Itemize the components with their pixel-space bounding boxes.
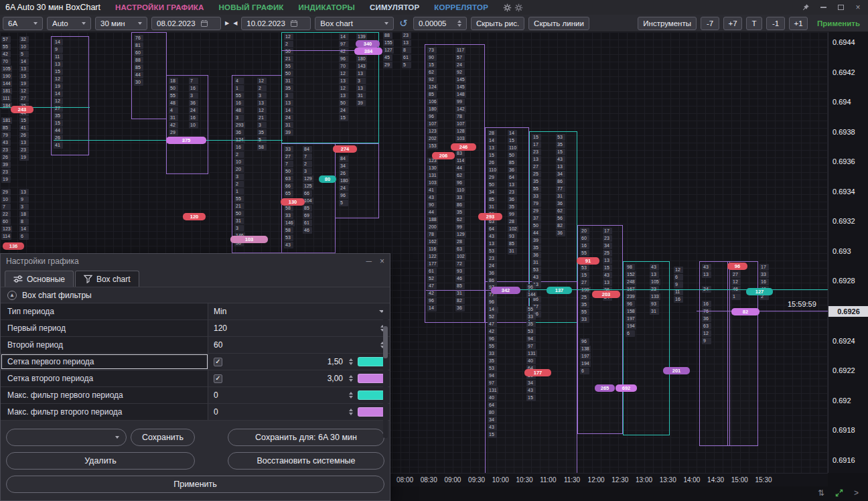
- autoscale-icon[interactable]: ⇅: [818, 488, 824, 498]
- box-cell: 12: [54, 76, 63, 82]
- price-axis[interactable]: 0.6926 0.69440.69420.6940.69380.69360.69…: [828, 32, 868, 473]
- box-cell: 103: [455, 135, 466, 142]
- maximize-icon[interactable]: [836, 3, 845, 12]
- box-cell: 34: [488, 417, 497, 423]
- setting-input[interactable]: 120: [214, 324, 227, 333]
- setting-input[interactable]: 0: [214, 407, 218, 417]
- date-to-input[interactable]: 10.02.2023: [241, 17, 311, 30]
- setting-value[interactable]: 60: [208, 337, 390, 353]
- minus7-button[interactable]: -7: [701, 17, 719, 30]
- number-spinner[interactable]: [349, 358, 353, 365]
- box-cell: 50: [284, 70, 293, 77]
- menu-item-2[interactable]: ИНДИКАТОРЫ: [299, 3, 355, 11]
- mode-select[interactable]: Auto: [47, 17, 91, 30]
- box-cell: 16: [674, 296, 683, 303]
- color-swatch[interactable]: [358, 390, 384, 400]
- box-cell: 62: [427, 69, 437, 76]
- dialog-close-icon[interactable]: ×: [380, 257, 384, 266]
- menu-item-4[interactable]: КОРРЕЛЯТОР: [434, 3, 488, 11]
- box-cell: 93: [650, 301, 659, 307]
- box-cell: 13: [488, 145, 497, 151]
- time-tick: 08:00: [396, 476, 413, 484]
- minimize-icon[interactable]: [818, 3, 828, 12]
- setting-value[interactable]: Min: [208, 303, 390, 319]
- restore-button[interactable]: Восстановить системные: [228, 452, 384, 470]
- number-spinner[interactable]: [349, 392, 353, 399]
- tab-osnovnye[interactable]: Основные: [5, 271, 74, 287]
- close-icon[interactable]: ×: [853, 3, 863, 12]
- menu-item-3[interactable]: СИМУЛЯТОР: [370, 3, 419, 11]
- box-cell: 97: [526, 343, 536, 350]
- tab-box-chart[interactable]: Box chart: [75, 271, 139, 287]
- setting-value[interactable]: 0: [208, 404, 390, 420]
- collapse-icon[interactable]: ▲: [7, 291, 17, 300]
- color-swatch[interactable]: [358, 407, 384, 417]
- chart-type-select[interactable]: Box chart: [315, 17, 394, 30]
- box-cell: 15: [54, 68, 63, 75]
- dialog-header[interactable]: Настройки графика ─ ×: [1, 254, 390, 269]
- box-cell: 15: [339, 115, 348, 121]
- setting-input[interactable]: 0: [214, 390, 218, 400]
- menu-item-1[interactable]: НОВЫЙ ГРАФИК: [219, 3, 284, 11]
- setting-value[interactable]: 0: [208, 387, 390, 403]
- number-spinner[interactable]: [349, 409, 353, 415]
- apply-toolbar-button[interactable]: Применить: [812, 17, 865, 30]
- plus1-button[interactable]: +1: [789, 17, 808, 30]
- t-button[interactable]: T: [746, 17, 762, 30]
- delete-button[interactable]: Удалить: [6, 452, 195, 470]
- setting-input[interactable]: 3,00: [328, 374, 343, 383]
- plus7-button[interactable]: +7: [723, 17, 742, 30]
- setting-label: Тип периода: [1, 303, 208, 319]
- pin-icon[interactable]: [801, 3, 810, 12]
- setting-checkbox[interactable]: ✓: [214, 374, 222, 383]
- setting-input[interactable]: 1,50: [328, 357, 343, 366]
- timeframe-select[interactable]: 30 мин: [95, 17, 147, 30]
- apply-button[interactable]: Применить: [6, 476, 384, 493]
- preset-select[interactable]: [6, 429, 127, 446]
- chevron-right-icon[interactable]: >: [854, 488, 859, 498]
- menu-item-0[interactable]: НАСТРОЙКИ ГРАФИКА: [115, 3, 204, 11]
- symbol-select[interactable]: 6A: [3, 17, 43, 30]
- price-tick: 0.6916: [833, 456, 855, 464]
- box-cell: 55: [1, 44, 11, 50]
- setting-input[interactable]: 60: [214, 340, 222, 350]
- scrollbar-thumb[interactable]: [383, 326, 388, 358]
- gear-icon-2[interactable]: [514, 3, 523, 12]
- step-spinner[interactable]: [457, 20, 461, 27]
- setting-value[interactable]: ✓3,00: [208, 370, 390, 386]
- color-swatch[interactable]: [358, 374, 384, 383]
- step-input[interactable]: 0.00005: [413, 17, 467, 30]
- dialog-minimize-icon[interactable]: ─: [366, 257, 372, 266]
- box-cell: 1: [234, 188, 244, 195]
- number-spinner[interactable]: [349, 375, 353, 382]
- setting-value[interactable]: ✓1,50: [208, 354, 390, 370]
- section-boxchart-filters[interactable]: ▲ Box chart фильтры: [1, 287, 390, 303]
- box-cell: 9: [674, 281, 683, 288]
- play-forward-icon[interactable]: ▶: [225, 21, 229, 26]
- dialog-scrollbar[interactable]: [383, 307, 388, 438]
- box-cell: 47: [488, 321, 497, 328]
- play-back-icon[interactable]: ◀: [233, 21, 237, 26]
- hide-drawings-button[interactable]: Скрыть рис.: [471, 17, 524, 30]
- fullscreen-icon[interactable]: [835, 489, 843, 497]
- save-button[interactable]: Сохранить: [131, 429, 195, 446]
- instruments-button[interactable]: Инструменты: [638, 17, 697, 30]
- gear-icon[interactable]: [503, 3, 512, 12]
- box-cell: 88: [383, 32, 392, 39]
- box-cell: 200: [427, 224, 438, 230]
- setting-input[interactable]: Min: [214, 307, 226, 316]
- reset-icon[interactable]: ↺: [398, 18, 409, 28]
- save-for-button[interactable]: Сохранить для: 6A 30 мин: [228, 429, 384, 446]
- box-cell: 35: [488, 358, 497, 364]
- box-cell: 13: [257, 100, 267, 106]
- color-swatch[interactable]: [358, 357, 384, 366]
- box-cell: 33: [760, 271, 769, 278]
- box-cell: 43: [488, 424, 497, 431]
- setting-checkbox[interactable]: ✓: [214, 358, 222, 366]
- date-from-input[interactable]: 08.02.2023: [151, 17, 221, 30]
- chevron-down-icon: [384, 22, 388, 25]
- setting-value[interactable]: 120: [208, 320, 390, 336]
- hide-lines-button[interactable]: Скрыть линии: [528, 17, 589, 30]
- box-cell: 82: [556, 222, 565, 229]
- minus1-button[interactable]: -1: [766, 17, 785, 30]
